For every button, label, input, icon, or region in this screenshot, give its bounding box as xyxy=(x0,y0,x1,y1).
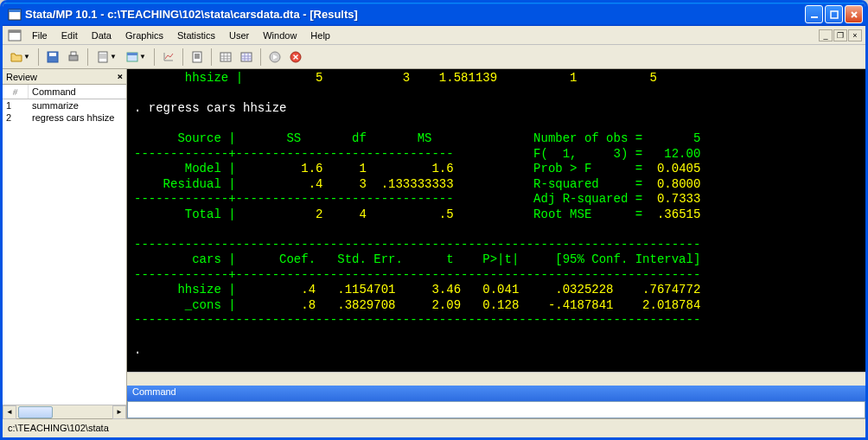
anova-rule: -------------+--------------------------… xyxy=(134,192,454,206)
review-header-command[interactable]: Command xyxy=(29,85,126,99)
continue-button[interactable] xyxy=(265,48,284,67)
coef-hhsize-values: .4 .1154701 3.46 0.041 .0325228 .7674772 xyxy=(236,283,701,297)
summarize-variable-label: hhsize xyxy=(134,71,236,85)
scroll-right-icon[interactable]: ► xyxy=(112,405,126,419)
window-controls xyxy=(805,5,863,23)
results-window[interactable]: hhsize | 5 3 1.581139 1 5 . regress cars… xyxy=(127,69,865,372)
svg-rect-13 xyxy=(193,52,201,62)
svg-rect-12 xyxy=(127,53,137,55)
menu-file[interactable]: File xyxy=(25,28,54,43)
save-button[interactable] xyxy=(43,48,62,67)
toolbar-separator xyxy=(87,48,88,66)
data-editor-button[interactable] xyxy=(216,48,235,67)
minimize-button[interactable] xyxy=(805,5,823,23)
command-prompt: . regress cars hhsize xyxy=(134,101,286,115)
scroll-left-icon[interactable]: ◄ xyxy=(3,405,16,419)
command-label: Command xyxy=(127,386,865,401)
open-button[interactable]: ▼ xyxy=(6,48,34,67)
review-item[interactable]: 2 regress cars hhsize xyxy=(3,112,126,124)
data-browser-button[interactable] xyxy=(237,48,256,67)
toolbar: ▼ ▼ ▼ xyxy=(3,45,865,69)
toolbar-separator xyxy=(260,48,261,66)
toolbar-separator xyxy=(154,48,155,66)
svg-rect-2 xyxy=(811,16,818,18)
review-close-button[interactable]: × xyxy=(117,71,123,82)
menu-graphics[interactable]: Graphics xyxy=(118,28,170,43)
anova-total-values: 2 4 .5 xyxy=(236,207,454,221)
break-button[interactable] xyxy=(286,48,305,67)
results-scrollbar-horizontal[interactable] xyxy=(127,372,865,386)
menu-user[interactable]: User xyxy=(222,28,256,43)
stat-nobs: Number of obs = 5 xyxy=(454,131,701,145)
statusbar-path: c:\TEACHING\102\stata xyxy=(8,423,109,433)
log-button[interactable]: ▼ xyxy=(93,48,120,67)
svg-rect-8 xyxy=(69,55,78,61)
prompt-ready: . xyxy=(134,343,149,357)
svg-rect-5 xyxy=(9,30,21,33)
viewer-button[interactable]: ▼ xyxy=(122,48,150,67)
graph-button[interactable] xyxy=(159,48,178,67)
anova-rule: -------------+--------------------------… xyxy=(134,147,454,161)
menu-window[interactable]: Window xyxy=(256,28,303,43)
stat-probf-label: Prob > F = xyxy=(454,162,657,175)
coef-header-depvar: cars xyxy=(134,252,228,266)
stat-f: F( 1, 3) = 12.00 xyxy=(454,147,701,161)
stat-adjr2-label: Adj R-squared = xyxy=(454,192,657,206)
mdi-controls: _ ❐ × xyxy=(819,29,864,41)
coef-rule: ----------------------------------------… xyxy=(134,238,700,252)
mdi-close-button[interactable]: × xyxy=(848,29,862,41)
maximize-button[interactable] xyxy=(825,5,843,23)
svg-rect-14 xyxy=(220,53,231,61)
mdi-restore-button[interactable]: ❐ xyxy=(833,29,847,41)
coef-header-cols: Coef. Std. Err. t P>|t| [95% Conf. Inter… xyxy=(236,252,701,266)
svg-rect-3 xyxy=(831,11,838,18)
coef-cons-values: .8 .3829708 2.09 0.128 -.4187841 2.01878… xyxy=(236,298,701,312)
review-scrollbar[interactable]: ◄ ► xyxy=(3,405,126,418)
toolbar-separator xyxy=(38,48,39,66)
review-item-number: 1 xyxy=(3,99,29,112)
menubar: File Edit Data Graphics Statistics User … xyxy=(3,26,865,45)
review-item[interactable]: 1 summarize xyxy=(3,99,126,112)
anova-total-label: Total xyxy=(134,207,228,221)
anova-residual-label: Residual xyxy=(134,177,228,191)
close-button[interactable] xyxy=(845,5,863,23)
menu-data[interactable]: Data xyxy=(85,28,118,43)
svg-rect-10 xyxy=(99,52,107,62)
review-item-number: 2 xyxy=(3,112,29,124)
summarize-row-values: 5 3 1.581139 1 5 xyxy=(243,71,657,85)
anova-header-source: Source xyxy=(134,131,228,145)
menu-statistics[interactable]: Statistics xyxy=(170,28,222,43)
svg-rect-7 xyxy=(49,53,56,56)
anova-header-cols: SS df MS xyxy=(236,131,454,145)
stat-adjr2-value: 0.7333 xyxy=(657,192,700,206)
app-window: Stata/MP 10.1 - c:\TEACHING\102\stata\ca… xyxy=(0,0,868,440)
mdi-minimize-button[interactable]: _ xyxy=(819,29,833,41)
menu-edit[interactable]: Edit xyxy=(54,28,85,43)
stat-r2-label: R-squared = xyxy=(454,177,657,191)
coef-rule: -------------+--------------------------… xyxy=(134,268,700,282)
coef-rule: ----------------------------------------… xyxy=(134,313,700,327)
coef-cons-label: _cons xyxy=(134,298,228,312)
anova-model-label: Model xyxy=(134,162,228,175)
menu-help[interactable]: Help xyxy=(303,28,337,43)
svg-rect-9 xyxy=(71,52,76,55)
coef-hhsize-label: hhsize xyxy=(134,283,228,297)
review-title: Review xyxy=(6,72,37,82)
scroll-thumb[interactable] xyxy=(18,406,53,418)
print-button[interactable] xyxy=(64,48,83,67)
stat-probf-value: 0.0405 xyxy=(657,162,700,175)
app-icon xyxy=(8,8,22,22)
dofile-button[interactable] xyxy=(188,48,207,67)
svg-rect-15 xyxy=(241,53,252,61)
review-header-number[interactable]: # xyxy=(3,85,29,99)
review-item-command: regress cars hhsize xyxy=(29,112,126,124)
stat-rmse-value: .36515 xyxy=(657,207,700,221)
titlebar[interactable]: Stata/MP 10.1 - c:\TEACHING\102\stata\ca… xyxy=(3,3,865,26)
review-header: Review × xyxy=(3,69,126,85)
toolbar-separator xyxy=(182,48,183,66)
review-item-command: summarize xyxy=(29,99,126,112)
content-area: Review × # Command 1 summarize 2 regress… xyxy=(3,69,865,418)
review-panel: Review × # Command 1 summarize 2 regress… xyxy=(3,69,127,418)
stat-rmse-label: Root MSE = xyxy=(454,207,657,221)
command-input[interactable] xyxy=(127,401,865,418)
